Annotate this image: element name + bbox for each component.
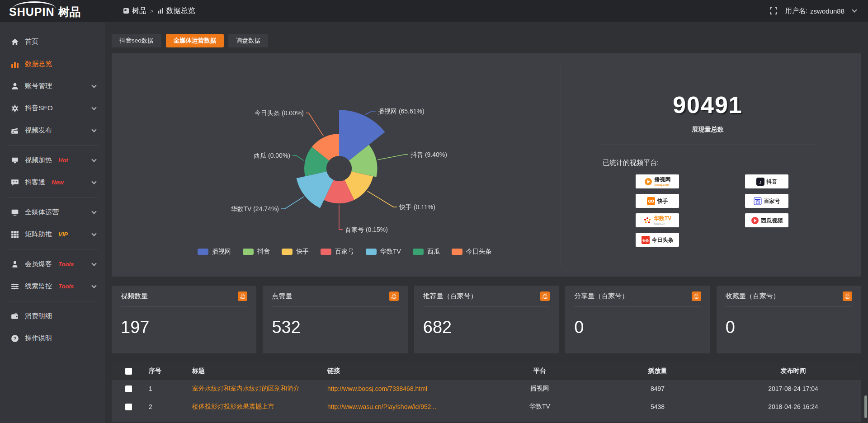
stat-value: 0: [574, 318, 701, 337]
stat-card-shares: 分享量（百家号）总 0: [565, 286, 710, 353]
video-publish-icon: [11, 127, 19, 135]
tools-badge: Tools: [58, 283, 74, 290]
sidebar-item-account-management[interactable]: 账号管理: [0, 75, 105, 97]
chevron-down-icon: [91, 157, 96, 162]
pie-slice-label: 播视网 (65.61%): [377, 108, 425, 115]
sidebar-item-spending-details[interactable]: 消费明细: [0, 305, 105, 327]
sidebar-item-lead-monitor[interactable]: 线索监控 Tools: [0, 275, 105, 297]
legend-item[interactable]: 西瓜: [413, 248, 440, 256]
sidebar-item-home[interactable]: 首页: [0, 31, 105, 53]
breadcrumb-current[interactable]: 数据总览: [157, 6, 195, 16]
sidebar-item-video-heat[interactable]: 视频加热 Hot: [0, 149, 105, 171]
user-icon: [11, 82, 19, 90]
table-row: 1 室外水纹灯和室内水纹灯的区别和简介 http://www.boosj.com…: [112, 380, 861, 398]
cell-title-link[interactable]: 室外水纹灯和室内水纹灯的区别和简介: [189, 380, 324, 398]
stat-value: 197: [121, 318, 247, 337]
breadcrumb-separator: >: [150, 8, 154, 14]
cell-plays: 5438: [590, 398, 725, 416]
pie-slice-label: 华数TV (24.74%): [231, 205, 279, 212]
pie-label-leader-line: [368, 191, 397, 207]
chevron-down-icon: [91, 209, 96, 214]
chat-bubble-icon: [11, 179, 19, 187]
tools-badge: Tools: [58, 261, 74, 268]
sidebar-item-instructions[interactable]: ? 操作说明: [0, 327, 105, 349]
platform-rose-chart[interactable]: 播视网 (65.61%)抖音 (9.40%)快手 (0.11%)百家号 (0.1…: [112, 53, 577, 266]
sidebar-item-video-publish[interactable]: 视频发布: [0, 119, 105, 141]
question-circle-icon: ?: [11, 334, 19, 343]
legend-swatch: [321, 249, 331, 255]
pie-slice-label: 百家号 (0.15%): [345, 226, 388, 233]
sidebar-item-douyin-seo[interactable]: 抖音SEO: [0, 97, 105, 119]
legend-item[interactable]: 抖音: [243, 248, 270, 256]
pie-label-leader-line: [292, 155, 304, 160]
svg-text:♪: ♪: [759, 179, 762, 185]
sidebar-item-omnimedia-operation[interactable]: 全媒体运营: [0, 201, 105, 223]
main-content: 抖音seo数据 全媒体运营数据 询盘数据 播视网 (65.61%)抖音 (9.4…: [105, 22, 868, 423]
bar-chart-icon: [157, 8, 164, 14]
row-checkbox[interactable]: [125, 404, 132, 410]
top-header: SHUPIN 树品 树品 > 数据总览 用户名: zswodun88: [0, 0, 868, 22]
cell-platform: 华数TV: [490, 398, 590, 416]
overview-chart-panel: 播视网 (65.61%)抖音 (9.40%)快手 (0.11%)百家号 (0.1…: [112, 53, 861, 277]
stat-value: 532: [272, 318, 398, 337]
logo-text-cn: 树品: [58, 2, 80, 22]
platform-badge-grid: 播视网boosj.com ♪ 抖音 快手 百 百家号 华数TVwasu.cn: [636, 174, 854, 247]
summary-column: 90491 展现量总数 已统计的视频平台: 播视网boosj.com ♪ 抖音 …: [561, 63, 854, 267]
tab-inquiry-data[interactable]: 询盘数据: [228, 34, 268, 47]
username-value[interactable]: zswodun88: [810, 7, 844, 15]
tab-douyin-seo-data[interactable]: 抖音seo数据: [112, 34, 161, 47]
cell-url-link[interactable]: http://www.boosj.com/7338468.html: [324, 380, 490, 398]
cell-url-link[interactable]: http://www.wasu.cn/Play/show/id/952...: [324, 398, 490, 416]
cell-title-link[interactable]: 楼体投影灯投影效果震撼上市: [189, 398, 324, 416]
platform-badge-kuaishou: 快手: [636, 194, 679, 208]
stat-card-likes: 点赞量总 532: [263, 286, 407, 353]
vip-badge: VIP: [58, 231, 68, 238]
chevron-down-icon: [91, 231, 96, 236]
user-menu-chevron-icon[interactable]: [852, 7, 857, 12]
counted-platforms-label: 已统计的视频平台:: [603, 159, 854, 167]
stat-card-favorites: 收藏量（百家号）总 0: [717, 286, 861, 353]
wallet-icon: [11, 312, 19, 320]
total-badge: 总: [843, 291, 852, 301]
breadcrumb-root[interactable]: 树品: [123, 6, 146, 16]
legend-item[interactable]: 播视网: [198, 248, 231, 256]
platform-badge-wasu: 华数TVwasu.cn: [636, 213, 679, 227]
pie-label-leader-line: [377, 155, 408, 160]
sidebar-divider: [7, 197, 98, 197]
stat-value: 0: [726, 318, 852, 337]
legend-swatch: [413, 249, 424, 255]
table-row-partial: [112, 416, 861, 422]
platform-badge-douyin: ♪ 抖音: [745, 174, 788, 188]
cell-platform: 播视网: [490, 380, 590, 398]
sidebar-item-data-overview[interactable]: 数据总览: [0, 53, 105, 75]
legend-item[interactable]: 华数TV: [366, 248, 401, 256]
row-checkbox[interactable]: [125, 385, 132, 392]
bar-chart-icon: [11, 60, 19, 68]
sidebar-item-member-baoke[interactable]: 会员爆客 Tools: [0, 253, 105, 275]
grid-small-icon: [123, 8, 129, 14]
cell-index: 1: [145, 380, 189, 398]
total-badge: 总: [238, 291, 247, 301]
sidebar-item-douketong[interactable]: 抖客通 New: [0, 171, 105, 193]
tab-omnimedia-data[interactable]: 全媒体运营数据: [166, 34, 224, 47]
sidebar-item-matrix-boost[interactable]: 矩阵助推 VIP: [0, 223, 105, 245]
total-badge: 总: [389, 291, 399, 301]
sliders-icon: [11, 282, 19, 291]
legend-item[interactable]: 快手: [282, 248, 309, 256]
scrollbar-thumb[interactable]: [864, 395, 867, 418]
chevron-down-icon: [91, 127, 96, 132]
video-heat-icon: [11, 156, 19, 164]
legend-item[interactable]: 百家号: [321, 248, 354, 256]
sidebar-divider: [7, 301, 98, 301]
summary-divider: [599, 145, 816, 145]
kuaishou-logo-icon: [647, 197, 655, 205]
fullscreen-icon[interactable]: [770, 7, 777, 14]
total-badge: 总: [692, 291, 701, 301]
pie-slice-华数TV[interactable]: [297, 171, 334, 208]
legend-item[interactable]: 今日头条: [452, 248, 491, 256]
legend-swatch: [452, 249, 462, 255]
legend-swatch: [243, 249, 254, 255]
select-all-checkbox[interactable]: [125, 368, 132, 375]
baijiahao-logo-icon: 百: [754, 197, 762, 205]
data-tabs: 抖音seo数据 全媒体运营数据 询盘数据: [112, 34, 861, 47]
